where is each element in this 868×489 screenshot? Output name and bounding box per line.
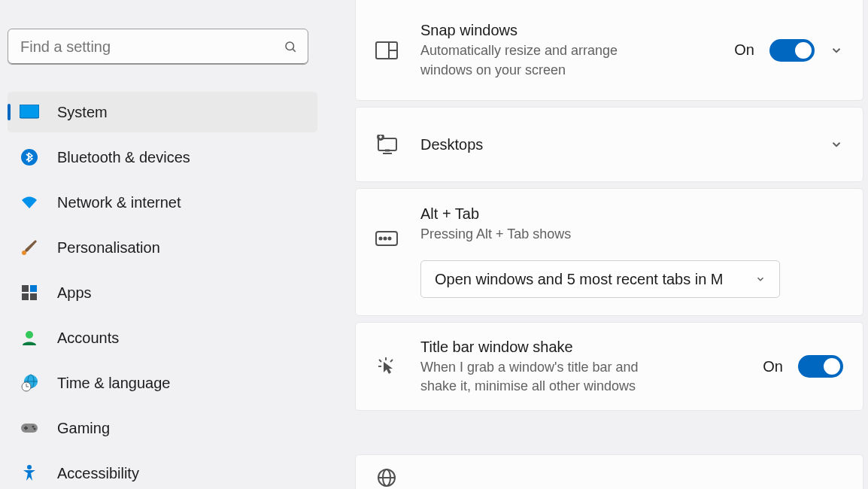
svg-rect-2: [20, 105, 39, 118]
setting-card-desktops[interactable]: Desktops: [355, 107, 863, 182]
cursor-shake-icon: [375, 356, 398, 377]
svg-rect-6: [22, 285, 29, 292]
chevron-down-icon: [755, 274, 766, 284]
gamepad-icon: [20, 418, 39, 438]
sidebar-item-apps[interactable]: Apps: [8, 272, 317, 313]
sidebar-item-label: Bluetooth & devices: [57, 149, 190, 166]
svg-rect-9: [30, 293, 37, 300]
snap-layout-icon: [375, 41, 398, 59]
sidebar-item-label: Apps: [57, 284, 92, 302]
sidebar-item-label: Personalisation: [57, 239, 160, 257]
sidebar-item-personalisation[interactable]: Personalisation: [8, 227, 317, 268]
svg-point-10: [26, 331, 33, 339]
sidebar-item-accessibility[interactable]: Accessibility: [8, 453, 317, 489]
setting-description: Automatically resize and arrange windows…: [420, 41, 661, 79]
desktops-icon: [375, 135, 398, 154]
setting-card-partial[interactable]: [355, 454, 863, 489]
setting-title: Title bar window shake: [420, 337, 763, 357]
system-icon: [20, 102, 39, 122]
bluetooth-icon: [20, 147, 39, 167]
setting-title: Alt + Tab: [420, 204, 843, 223]
sidebar-item-label: Accounts: [57, 330, 119, 347]
sidebar-item-network[interactable]: Network & internet: [8, 182, 317, 223]
chevron-down-icon[interactable]: [830, 44, 843, 57]
accessibility-icon: [20, 463, 39, 483]
sidebar-item-time-language[interactable]: Time & language: [8, 363, 317, 403]
alt-tab-icon: [375, 231, 398, 246]
sidebar-item-label: Accessibility: [57, 465, 139, 482]
chevron-down-icon[interactable]: [830, 138, 843, 151]
setting-title: Desktops: [420, 135, 830, 154]
svg-rect-7: [30, 285, 37, 292]
title-bar-shake-toggle[interactable]: [798, 355, 843, 378]
alt-tab-dropdown[interactable]: Open windows and 5 most recent tabs in M: [420, 260, 780, 298]
svg-point-34: [384, 238, 387, 240]
toggle-state-label: On: [734, 41, 754, 59]
setting-card-alt-tab: Alt + Tab Pressing Alt + Tab shows Open …: [355, 188, 863, 316]
brush-icon: [20, 238, 39, 257]
svg-point-18: [32, 426, 35, 428]
svg-point-22: [27, 465, 32, 469]
search-box[interactable]: [8, 29, 308, 65]
sidebar-item-gaming[interactable]: Gaming: [8, 408, 317, 448]
sidebar-item-accounts[interactable]: Accounts: [8, 317, 317, 358]
svg-rect-8: [22, 293, 29, 300]
nav-list: System Bluetooth & devices Network & int…: [8, 92, 317, 489]
content-area: Snap windows Automatically resize and ar…: [325, 0, 868, 489]
dropdown-selected-label: Open windows and 5 most recent tabs in M: [435, 271, 755, 288]
setting-description: When I grab a window's title bar and sha…: [420, 358, 661, 396]
globe-clock-icon: [20, 373, 39, 393]
sidebar-item-label: Network & internet: [57, 194, 181, 211]
setting-description: Pressing Alt + Tab shows: [420, 225, 843, 244]
svg-point-35: [389, 238, 391, 240]
toggle-state-label: On: [763, 358, 783, 375]
setting-card-title-bar-shake[interactable]: Title bar window shake When I grab a win…: [355, 322, 863, 411]
setting-card-snap-windows[interactable]: Snap windows Automatically resize and ar…: [355, 0, 863, 101]
svg-line-38: [390, 360, 393, 362]
account-icon: [20, 328, 39, 348]
svg-point-33: [380, 238, 382, 240]
sidebar: System Bluetooth & devices Network & int…: [0, 0, 325, 489]
globe-icon: [375, 468, 398, 487]
svg-point-19: [34, 428, 36, 430]
snap-windows-toggle[interactable]: [769, 39, 815, 62]
svg-rect-21: [26, 427, 27, 430]
setting-title: Snap windows: [420, 20, 734, 40]
search-input[interactable]: [8, 29, 308, 64]
sidebar-item-label: Time & language: [57, 375, 170, 392]
wifi-icon: [20, 193, 39, 212]
svg-point-5: [22, 251, 26, 255]
apps-icon: [20, 283, 39, 302]
sidebar-item-label: System: [57, 104, 108, 121]
sidebar-item-bluetooth[interactable]: Bluetooth & devices: [8, 137, 317, 178]
svg-line-36: [379, 360, 381, 362]
sidebar-item-label: Gaming: [57, 420, 110, 437]
sidebar-item-system[interactable]: System: [8, 92, 317, 132]
